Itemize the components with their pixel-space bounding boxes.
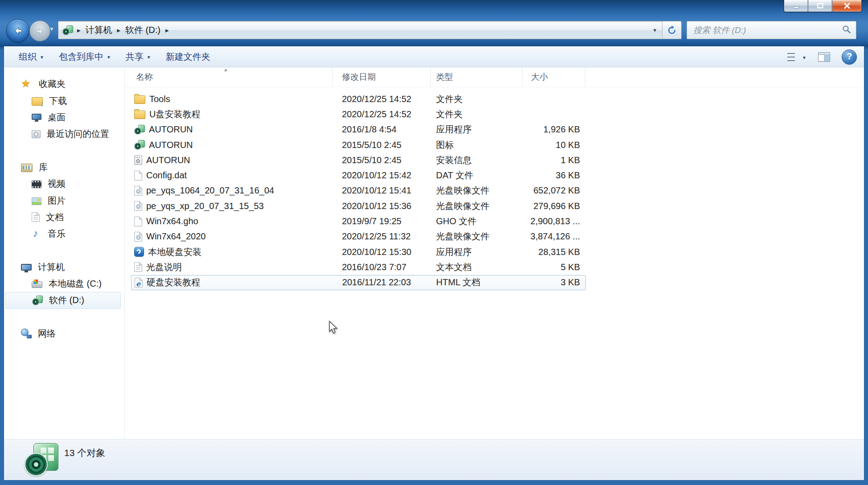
file-row[interactable]: AUTORUN2015/5/10 2:45安装信息1 KB [131,152,586,168]
file-row[interactable]: Win7x64_20202020/12/25 11:32光盘映像文件3,874,… [131,229,586,244]
file-row[interactable]: Tools2020/12/25 14:52文件夹 [131,91,586,107]
file-size-cell: 1 KB [522,155,585,165]
sidebar-item-documents[interactable]: 文档 [4,209,124,226]
sidebar-group-gap [4,143,124,159]
file-date-cell: 2020/12/25 11:32 [333,231,431,242]
file-row[interactable]: AUTORUN2015/5/10 2:45图标10 KB [131,137,586,152]
sidebar-item-network[interactable]: 网络 [4,325,124,342]
preview-pane-icon [818,52,830,62]
sidebar-item-computer[interactable]: 计算机 [4,259,124,275]
toolbar-button-share[interactable]: 共享 [126,51,151,63]
file-row[interactable]: pe_yqs_xp_20_07_31_15_532020/10/12 15:36… [131,198,586,214]
sidebar-item-label: 视频 [48,178,66,190]
disc-image-icon [134,201,142,211]
column-header-type[interactable]: 类型 [431,67,522,87]
maximize-icon [815,1,825,11]
search-icon[interactable] [842,25,852,36]
file-type-cell: 文本文档 [431,261,522,273]
file-pane: 名称修改日期类型大小 Tools2020/12/25 14:52文件夹U盘安装教… [125,67,864,440]
file-size-cell: 652,072 KB [522,185,585,196]
sidebar-item-libraries[interactable]: 库 [4,159,124,176]
autorun-ico-icon [134,140,145,150]
file-size-cell: 279,696 KB [522,201,585,211]
address-dropdown-chevron-icon[interactable] [653,27,656,33]
file-row[interactable]: U盘安装教程2020/12/25 14:52文件夹 [131,107,586,122]
file-name-cell: Win7x64.gho [131,216,333,226]
file-name-label: AUTORUN [146,155,190,165]
column-header-size[interactable]: 大小 [522,67,585,87]
text-file-icon [134,262,142,272]
breadcrumb-item[interactable]: 软件 (D:) [124,24,161,36]
breadcrumb-item[interactable]: 计算机 [85,24,113,36]
close-button[interactable] [832,0,862,12]
disc-image-icon [134,186,142,196]
libraries-icon [21,164,33,172]
forward-button[interactable] [29,21,50,41]
column-header-date[interactable]: 修改日期 [333,67,431,87]
toolbar-button-organize[interactable]: 组织 [19,51,44,63]
sidebar-item-favorites[interactable]: 收藏夹 [4,76,124,92]
sidebar-item-videos[interactable]: 视频 [4,176,124,192]
file-name-cell: U盘安装教程 [131,108,333,120]
file-type-cell: 光盘映像文件 [431,185,522,197]
file-size-cell: 2,900,813 ... [522,216,585,226]
music-icon [32,229,41,239]
file-name-label: 本地硬盘安装 [148,246,202,258]
file-date-cell: 2016/1/8 4:54 [333,124,431,135]
file-row[interactable]: 硬盘安装教程2016/11/21 22:03HTML 文档3 KB [131,275,586,290]
file-row[interactable]: Config.dat2020/10/12 15:42DAT 文件36 KB [131,168,586,183]
file-date-cell: 2016/10/23 7:07 [333,262,431,272]
network-icon [21,329,32,338]
file-date-cell: 2020/12/25 14:52 [333,94,431,104]
toolbar-button-label: 组织 [19,51,37,63]
preview-pane-button[interactable] [818,52,830,62]
file-type-cell: GHO 文件 [431,215,522,227]
file-name-label: 硬盘安装教程 [147,276,200,288]
sidebar-item-pictures[interactable]: 图片 [4,192,124,209]
file-date-cell: 2020/10/12 15:42 [333,170,431,181]
back-button[interactable] [6,19,29,42]
sidebar-item-desktop[interactable]: 桌面 [4,109,124,126]
refresh-button[interactable] [662,21,681,39]
toolbar-button-label: 共享 [126,51,144,63]
sidebar-item-local-disk-c[interactable]: 本地磁盘 (C:) [4,275,124,292]
file-type-cell: 光盘映像文件 [431,200,522,212]
sidebar-item-music[interactable]: 音乐 [4,226,124,242]
sidebar-group-gap [4,309,124,325]
file-size-cell: 28,315 KB [522,247,585,257]
file-name-cell: AUTORUN [131,124,333,135]
minimize-button[interactable] [784,0,808,12]
column-header-label: 名称 [136,71,153,83]
sidebar-item-label: 计算机 [38,261,65,273]
file-row[interactable]: 光盘说明2016/10/23 7:07文本文档5 KB [131,259,586,275]
refresh-icon [666,25,677,36]
sidebar-item-recent-places[interactable]: 最近访问的位置 [4,126,124,142]
chevron-down-icon [40,53,44,61]
column-header-name[interactable]: 名称 [125,67,333,87]
file-name-label: pe_yqs_1064_20_07_31_16_04 [146,185,274,196]
generic-file-icon [134,171,142,181]
file-row[interactable]: Win7x64.gho2019/9/7 19:25GHO 文件2,900,813… [131,214,586,229]
sidebar-item-downloads[interactable]: 下载 [4,92,124,109]
column-header-label: 类型 [436,71,453,83]
file-row[interactable]: 本地硬盘安装2020/10/12 15:30应用程序28,315 KB [131,244,586,259]
views-button[interactable] [783,52,806,62]
toolbar-button-include-in-library[interactable]: 包含到库中 [59,51,111,63]
sidebar-item-software-d[interactable]: 软件 (D:) [5,292,121,308]
file-name-cell: 本地硬盘安装 [131,246,333,258]
toolbar-left: 组织包含到库中共享新建文件夹 [4,51,210,63]
file-row[interactable]: pe_yqs_1064_20_07_31_16_042020/10/12 15:… [131,183,586,198]
file-name-cell: AUTORUN [131,140,333,150]
file-row[interactable]: AUTORUN2016/1/8 4:54应用程序1,926 KB [131,122,586,137]
history-dropdown-chevron-icon[interactable]: ▾ [50,25,53,33]
pictures-icon [32,197,41,205]
help-button[interactable] [842,49,857,65]
maximize-button[interactable] [808,0,832,12]
toolbar-button-new-folder[interactable]: 新建文件夹 [166,51,210,63]
file-type-cell: 文件夹 [431,108,522,120]
file-size-cell: 36 KB [522,170,585,181]
sidebar-group-gap [4,242,124,259]
search-input[interactable] [692,25,837,36]
html-file-icon [135,278,143,288]
file-type-cell: 文件夹 [431,93,522,105]
